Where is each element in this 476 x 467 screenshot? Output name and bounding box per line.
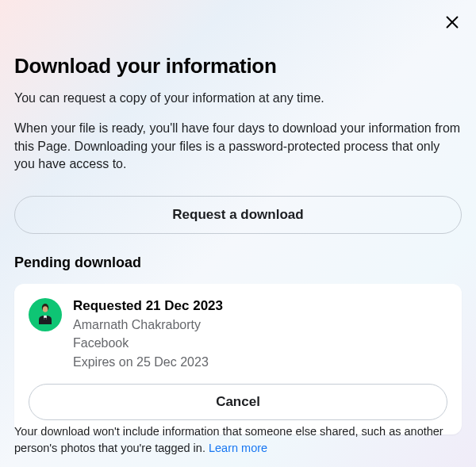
main-content: Download your information You can reques… xyxy=(0,0,476,434)
cancel-button[interactable]: Cancel xyxy=(29,384,447,420)
learn-more-link[interactable]: Learn more xyxy=(209,442,267,454)
card-info: Requested 21 Dec 2023 Amarnath Chakrabor… xyxy=(73,297,223,371)
page-subtitle: You can request a copy of your informati… xyxy=(14,90,462,107)
footer-note: Your download won't include information … xyxy=(14,423,462,456)
page-title: Download your information xyxy=(14,54,462,78)
expires-date: Expires on 25 Dec 2023 xyxy=(73,353,223,371)
avatar xyxy=(29,298,62,331)
page-description: When your file is ready, you'll have fou… xyxy=(14,120,462,173)
svg-point-3 xyxy=(43,306,48,312)
platform-name: Facebook xyxy=(73,334,223,352)
user-name: Amarnath Chakraborty xyxy=(73,316,223,334)
pending-section-title: Pending download xyxy=(14,255,462,271)
pending-download-card: Requested 21 Dec 2023 Amarnath Chakrabor… xyxy=(14,284,462,434)
card-header-row: Requested 21 Dec 2023 Amarnath Chakrabor… xyxy=(29,297,447,371)
request-download-button[interactable]: Request a download xyxy=(14,196,462,234)
close-button[interactable] xyxy=(443,14,462,33)
close-icon xyxy=(443,13,461,34)
requested-date: Requested 21 Dec 2023 xyxy=(73,297,223,316)
person-icon xyxy=(36,302,54,327)
